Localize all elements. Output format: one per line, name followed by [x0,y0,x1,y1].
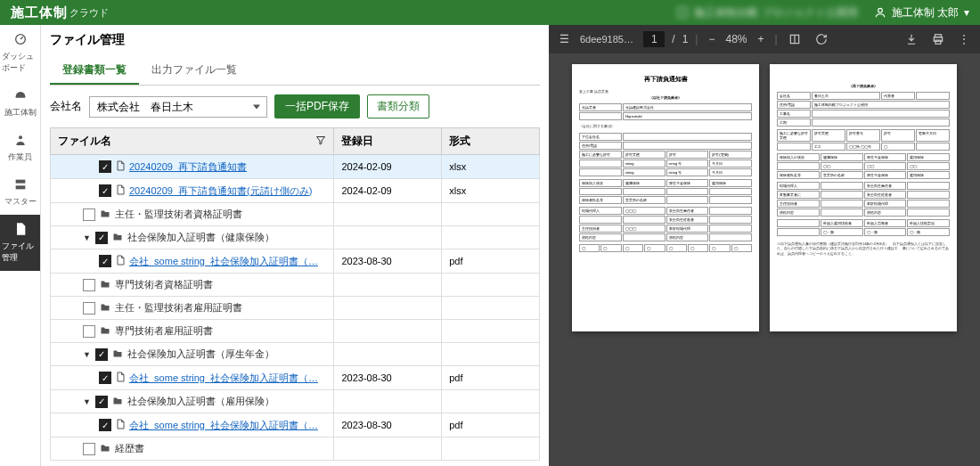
classify-button[interactable]: 書類分類 [367,94,429,119]
table-row[interactable]: 専門技術者雇用証明書 [51,320,540,343]
user-menu[interactable]: 施工体制 太郎 ▾ [874,5,969,20]
funnel-icon[interactable] [315,135,326,148]
project-selector[interactable]: 施工体制台帳 プロジェクト公開用 [676,5,857,20]
checkbox[interactable] [99,255,111,267]
svg-rect-6 [15,180,25,184]
company-select[interactable]: 株式会社 春日土木 [89,96,267,118]
pdf-download-button[interactable] [902,31,921,47]
pdf-viewer[interactable]: 再下請負通知書 直上工事 請負業者 《自社下請負業者》 元請業者元請建設株式会社… [549,53,980,466]
checkbox[interactable] [83,208,95,221]
folder-icon [111,396,124,408]
file-link[interactable]: 会社_some string_社会保険加入証明書（… [129,419,318,432]
table-row[interactable]: 主任・監理技術者雇用証明書 [51,297,540,320]
file-icon [115,418,126,432]
folder-name: 社会保険加入証明書（健康保険） [127,231,274,244]
file-link[interactable]: 20240209_再下請負通知書 [129,160,247,174]
checkbox[interactable] [83,302,95,315]
table-row[interactable]: 会社_some string_社会保険加入証明書（…2023-08-30pdf [51,249,540,274]
expand-toggle[interactable]: ▼ [83,350,92,359]
file-icon [115,371,126,385]
sidebar-item-worker[interactable]: 作業員 [0,126,40,170]
column-filename[interactable]: ファイル名 [51,128,334,155]
checkbox[interactable] [95,232,108,244]
folder-name: 専門技術者資格証明書 [115,278,213,291]
folder-name: 社会保険加入証明書（雇用保険） [127,395,274,408]
expand-toggle[interactable]: ▼ [83,233,92,242]
pdf-zoom-in-button[interactable]: + [755,31,768,47]
table-row[interactable]: ▼社会保険加入証明書（雇用保険） [51,390,540,413]
helmet-icon [13,88,28,105]
file-list-panel: ファイル管理 登録書類一覧出力ファイル一覧 会社名 株式会社 春日土木 一括PD… [41,25,549,466]
pdf-menu-icon[interactable]: ☰ [556,31,573,47]
pdf-fit-page-button[interactable] [785,31,804,47]
server-icon [13,177,28,194]
pdf-more-button[interactable]: ⋮ [955,31,973,47]
sidebar-item-server[interactable]: マスター [0,170,40,215]
folder-name: 経歴書 [115,442,144,455]
chevron-down-icon: ▾ [964,6,969,19]
tab[interactable]: 登録書類一覧 [50,57,139,85]
checkbox[interactable] [83,279,95,291]
pdf-page-right: 《再下請負業者》 会社名春日土木代表者 住所/電話施工体制白帳プロジェクト公開用… [770,64,957,331]
folder-icon [99,325,111,338]
checkbox[interactable] [99,419,111,431]
expand-toggle[interactable]: ▼ [83,397,92,406]
folder-name: 社会保険加入証明書（厚生年金） [127,347,274,361]
checkbox[interactable] [83,443,95,455]
file-link[interactable]: 20240209_再下請負通知書(元請け側のみ) [129,184,312,198]
pdf-zoom-out-button[interactable]: − [705,31,718,47]
svg-point-3 [878,8,882,12]
pdf-filename: 6dee9185-2055-45bd-9... [580,34,636,45]
table-row[interactable]: ▼社会保険加入証明書（健康保険） [51,226,540,249]
svg-point-5 [19,135,22,139]
file-table: ファイル名 登録日 形式 20240209_再下請負通知書2024-02-09x… [50,127,540,461]
checkbox[interactable] [99,160,111,173]
folder-icon [99,302,111,315]
folder-name: 主任・監理技術者雇用証明書 [115,301,242,315]
sidebar: ダッシュボード施工体制作業員マスターファイル管理 [0,25,41,466]
user-icon [874,6,886,19]
app-header: 施工体制 クラウド 施工体制台帳 プロジェクト公開用 施工体制 太郎 ▾ [0,0,980,25]
file-icon [115,159,126,174]
checkbox[interactable] [99,372,111,384]
table-row[interactable]: 会社_some string_社会保険加入証明書（…2023-08-30pdf [51,366,540,390]
pdf-page-total: 1 [682,33,689,45]
tab[interactable]: 出力ファイル一覧 [139,57,249,85]
pdf-preview-panel: ☰ 6dee9185-2055-45bd-9... 1 / 1 | − 48% … [549,25,980,466]
table-row[interactable]: 主任・監理技術者資格証明書 [51,203,540,226]
checkbox[interactable] [99,184,111,197]
sidebar-item-helmet[interactable]: 施工体制 [0,81,40,126]
company-label: 会社名 [50,99,82,114]
checkbox[interactable] [95,396,108,408]
pdf-page-current[interactable]: 1 [643,31,665,47]
svg-rect-0 [679,8,687,18]
table-row[interactable]: 会社_some string_社会保険加入証明書（…2023-08-30pdf [51,413,540,437]
pdf-zoom-value: 48% [726,33,747,45]
bulk-pdf-save-button[interactable]: 一括PDF保存 [274,94,360,119]
sidebar-item-dashboard[interactable]: ダッシュボード [0,25,40,81]
pdf-page-left: 再下請負通知書 直上工事 請負業者 《自社下請負業者》 元請業者元請建設株式会社… [572,64,759,331]
column-format[interactable]: 形式 [442,128,540,155]
pdf-print-button[interactable] [928,31,948,47]
sidebar-item-file[interactable]: ファイル管理 [0,215,40,271]
checkbox[interactable] [95,348,108,361]
folder-name: 専門技術者雇用証明書 [115,324,213,338]
table-row[interactable]: 経歴書 [51,437,540,461]
pdf-rotate-button[interactable] [812,31,831,47]
page-title: ファイル管理 [50,32,540,48]
file-link[interactable]: 会社_some string_社会保険加入証明書（… [129,372,318,385]
column-date[interactable]: 登録日 [334,128,442,155]
dashboard-icon [13,32,28,49]
svg-rect-7 [15,185,25,189]
table-row[interactable]: 20240209_再下請負通知書2024-02-09xlsx [51,155,540,179]
folder-icon [99,443,111,455]
folder-name: 主任・監理技術者資格証明書 [115,208,242,221]
pdf-toolbar: ☰ 6dee9185-2055-45bd-9... 1 / 1 | − 48% … [549,25,980,53]
folder-icon [111,232,124,244]
table-row[interactable]: 専門技術者資格証明書 [51,274,540,297]
app-title: 施工体制 [11,4,68,21]
file-link[interactable]: 会社_some string_社会保険加入証明書（… [129,255,318,268]
table-row[interactable]: 20240209_再下請負通知書(元請け側のみ)2024-02-09xlsx [51,179,540,203]
table-row[interactable]: ▼社会保険加入証明書（厚生年金） [51,343,540,366]
checkbox[interactable] [83,325,95,338]
